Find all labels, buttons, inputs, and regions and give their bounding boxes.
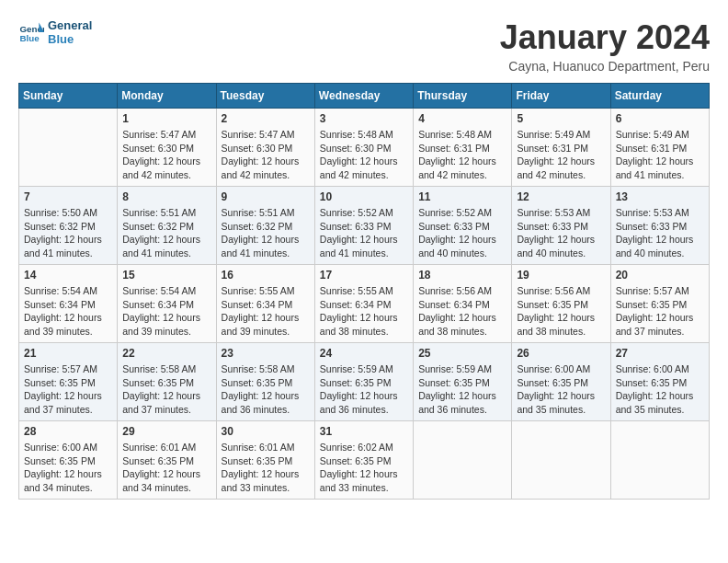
calendar-cell: 15Sunrise: 5:54 AMSunset: 6:34 PMDayligh…	[118, 265, 216, 343]
day-number: 26	[517, 347, 605, 360]
day-number: 29	[122, 425, 210, 438]
calendar-cell: 17Sunrise: 5:55 AMSunset: 6:34 PMDayligh…	[314, 265, 413, 343]
day-number: 18	[418, 269, 506, 282]
day-info: Sunrise: 5:52 AMSunset: 6:33 PMDaylight:…	[320, 206, 408, 260]
day-number: 5	[517, 112, 605, 125]
day-number: 12	[517, 190, 605, 203]
day-info: Sunrise: 6:00 AMSunset: 6:35 PMDaylight:…	[517, 362, 605, 417]
logo: General Blue General Blue	[18, 18, 92, 46]
calendar-cell: 14Sunrise: 5:54 AMSunset: 6:34 PMDayligh…	[19, 265, 118, 343]
week-row-5: 28Sunrise: 6:00 AMSunset: 6:35 PMDayligh…	[19, 421, 710, 500]
day-number: 23	[222, 347, 310, 360]
day-info: Sunrise: 5:58 AMSunset: 6:35 PMDaylight:…	[122, 362, 210, 417]
day-number: 7	[24, 190, 112, 203]
day-number: 20	[616, 269, 704, 282]
week-row-1: 1Sunrise: 5:47 AMSunset: 6:30 PMDaylight…	[19, 109, 710, 187]
day-info: Sunrise: 5:54 AMSunset: 6:34 PMDaylight:…	[24, 284, 112, 339]
calendar-cell: 16Sunrise: 5:55 AMSunset: 6:34 PMDayligh…	[216, 265, 314, 343]
header-cell-wednesday: Wednesday	[314, 84, 413, 109]
calendar-cell: 10Sunrise: 5:52 AMSunset: 6:33 PMDayligh…	[314, 187, 413, 265]
calendar-cell: 21Sunrise: 5:57 AMSunset: 6:35 PMDayligh…	[19, 343, 118, 421]
day-info: Sunrise: 6:01 AMSunset: 6:35 PMDaylight:…	[122, 441, 210, 495]
calendar-cell: 9Sunrise: 5:51 AMSunset: 6:32 PMDaylight…	[216, 187, 314, 265]
calendar-cell: 26Sunrise: 6:00 AMSunset: 6:35 PMDayligh…	[512, 343, 610, 421]
day-info: Sunrise: 5:59 AMSunset: 6:35 PMDaylight:…	[418, 362, 506, 417]
day-number: 28	[24, 425, 112, 438]
calendar-cell: 19Sunrise: 5:56 AMSunset: 6:35 PMDayligh…	[512, 265, 610, 343]
svg-text:Blue: Blue	[19, 33, 40, 43]
calendar-cell: 11Sunrise: 5:52 AMSunset: 6:33 PMDayligh…	[414, 187, 512, 265]
header-row: SundayMondayTuesdayWednesdayThursdayFrid…	[19, 84, 710, 109]
calendar-cell: 18Sunrise: 5:56 AMSunset: 6:34 PMDayligh…	[414, 265, 512, 343]
day-number: 17	[320, 269, 408, 282]
calendar-cell: 12Sunrise: 5:53 AMSunset: 6:33 PMDayligh…	[512, 187, 610, 265]
day-number: 21	[24, 347, 112, 360]
calendar-cell: 22Sunrise: 5:58 AMSunset: 6:35 PMDayligh…	[118, 343, 216, 421]
day-number: 15	[122, 269, 210, 282]
header-cell-sunday: Sunday	[19, 84, 118, 109]
day-number: 11	[418, 190, 506, 203]
header-cell-friday: Friday	[512, 84, 610, 109]
day-number: 31	[320, 425, 408, 438]
calendar-cell	[610, 421, 709, 500]
header: General Blue General Blue January 2024 C…	[18, 18, 710, 74]
day-info: Sunrise: 5:55 AMSunset: 6:34 PMDaylight:…	[320, 284, 408, 339]
day-number: 1	[122, 112, 210, 125]
day-info: Sunrise: 5:57 AMSunset: 6:35 PMDaylight:…	[616, 284, 704, 339]
day-info: Sunrise: 5:47 AMSunset: 6:30 PMDaylight:…	[122, 128, 210, 182]
week-row-2: 7Sunrise: 5:50 AMSunset: 6:32 PMDaylight…	[19, 187, 710, 265]
day-info: Sunrise: 5:56 AMSunset: 6:35 PMDaylight:…	[517, 284, 605, 339]
day-info: Sunrise: 6:01 AMSunset: 6:35 PMDaylight:…	[222, 441, 310, 495]
calendar-cell: 31Sunrise: 6:02 AMSunset: 6:35 PMDayligh…	[314, 421, 413, 500]
day-info: Sunrise: 5:55 AMSunset: 6:34 PMDaylight:…	[222, 284, 310, 339]
day-number: 4	[418, 112, 506, 125]
calendar-cell: 7Sunrise: 5:50 AMSunset: 6:32 PMDaylight…	[19, 187, 118, 265]
day-info: Sunrise: 5:48 AMSunset: 6:31 PMDaylight:…	[418, 128, 506, 182]
day-info: Sunrise: 6:00 AMSunset: 6:35 PMDaylight:…	[616, 362, 704, 417]
logo-text-blue: Blue	[48, 32, 92, 46]
day-info: Sunrise: 6:02 AMSunset: 6:35 PMDaylight:…	[320, 441, 408, 495]
day-info: Sunrise: 6:00 AMSunset: 6:35 PMDaylight:…	[24, 441, 112, 495]
calendar-cell: 30Sunrise: 6:01 AMSunset: 6:35 PMDayligh…	[216, 421, 314, 500]
calendar-cell: 27Sunrise: 6:00 AMSunset: 6:35 PMDayligh…	[610, 343, 709, 421]
calendar-cell: 5Sunrise: 5:49 AMSunset: 6:31 PMDaylight…	[512, 109, 610, 187]
day-number: 25	[418, 347, 506, 360]
header-cell-monday: Monday	[118, 84, 216, 109]
day-number: 27	[616, 347, 704, 360]
calendar-cell: 24Sunrise: 5:59 AMSunset: 6:35 PMDayligh…	[314, 343, 413, 421]
calendar-cell: 1Sunrise: 5:47 AMSunset: 6:30 PMDaylight…	[118, 109, 216, 187]
day-number: 13	[616, 190, 704, 203]
day-number: 8	[122, 190, 210, 203]
day-info: Sunrise: 5:56 AMSunset: 6:34 PMDaylight:…	[418, 284, 506, 339]
header-cell-tuesday: Tuesday	[216, 84, 314, 109]
day-info: Sunrise: 5:52 AMSunset: 6:33 PMDaylight:…	[418, 206, 506, 260]
day-info: Sunrise: 5:49 AMSunset: 6:31 PMDaylight:…	[517, 128, 605, 182]
day-number: 19	[517, 269, 605, 282]
day-info: Sunrise: 5:57 AMSunset: 6:35 PMDaylight:…	[24, 362, 112, 417]
header-cell-saturday: Saturday	[610, 84, 709, 109]
calendar-cell	[19, 109, 118, 187]
calendar-cell: 8Sunrise: 5:51 AMSunset: 6:32 PMDaylight…	[118, 187, 216, 265]
day-info: Sunrise: 5:53 AMSunset: 6:33 PMDaylight:…	[616, 206, 704, 260]
week-row-3: 14Sunrise: 5:54 AMSunset: 6:34 PMDayligh…	[19, 265, 710, 343]
calendar-subtitle: Cayna, Huanuco Department, Peru	[500, 59, 710, 74]
calendar-cell: 4Sunrise: 5:48 AMSunset: 6:31 PMDaylight…	[414, 109, 512, 187]
calendar-cell	[414, 421, 512, 500]
day-number: 16	[222, 269, 310, 282]
calendar-cell: 29Sunrise: 6:01 AMSunset: 6:35 PMDayligh…	[118, 421, 216, 500]
day-info: Sunrise: 5:47 AMSunset: 6:30 PMDaylight:…	[222, 128, 310, 182]
day-info: Sunrise: 5:58 AMSunset: 6:35 PMDaylight:…	[222, 362, 310, 417]
day-info: Sunrise: 5:51 AMSunset: 6:32 PMDaylight:…	[122, 206, 210, 260]
day-info: Sunrise: 5:51 AMSunset: 6:32 PMDaylight:…	[222, 206, 310, 260]
calendar-cell: 2Sunrise: 5:47 AMSunset: 6:30 PMDaylight…	[216, 109, 314, 187]
day-number: 22	[122, 347, 210, 360]
calendar-cell: 23Sunrise: 5:58 AMSunset: 6:35 PMDayligh…	[216, 343, 314, 421]
day-info: Sunrise: 5:48 AMSunset: 6:30 PMDaylight:…	[320, 128, 408, 182]
day-number: 14	[24, 269, 112, 282]
calendar-cell: 3Sunrise: 5:48 AMSunset: 6:30 PMDaylight…	[314, 109, 413, 187]
day-info: Sunrise: 5:54 AMSunset: 6:34 PMDaylight:…	[122, 284, 210, 339]
calendar-cell: 25Sunrise: 5:59 AMSunset: 6:35 PMDayligh…	[414, 343, 512, 421]
day-number: 24	[320, 347, 408, 360]
day-number: 3	[320, 112, 408, 125]
day-number: 2	[222, 112, 310, 125]
